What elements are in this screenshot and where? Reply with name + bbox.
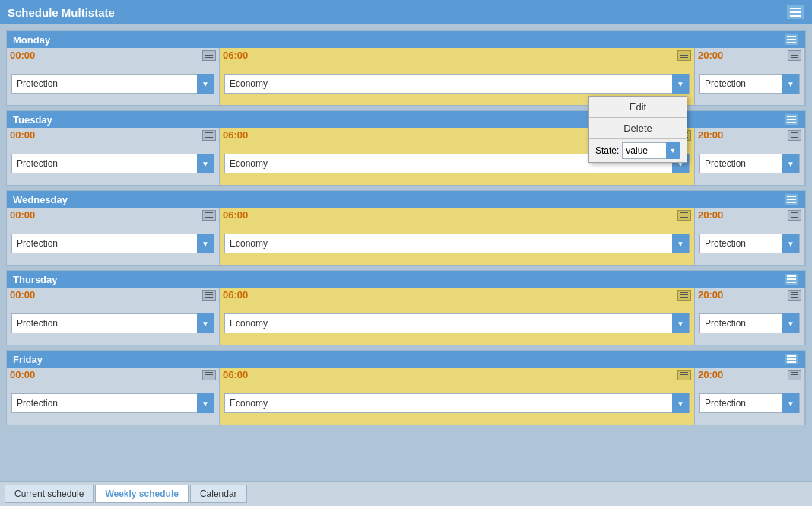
day-header-menu-friday[interactable] bbox=[784, 353, 799, 365]
context-menu: Edit Delete State: value ▼ bbox=[588, 96, 687, 163]
slot-select-dropdown-wednesday-1[interactable]: ▼ bbox=[672, 234, 689, 253]
slot-select-text-monday-0: Protection bbox=[12, 78, 197, 89]
slot-time-friday-0: 00:00 bbox=[10, 369, 35, 380]
slot-select-friday-0[interactable]: Protection ▼ bbox=[11, 393, 214, 413]
slot-select-thursday-2[interactable]: Protection ▼ bbox=[699, 313, 800, 333]
slot-header-monday-1: 06:00 bbox=[220, 48, 694, 62]
slot-header-friday-2: 20:00 bbox=[695, 368, 804, 382]
day-block-monday: Monday 00:00 Protection bbox=[6, 30, 806, 106]
day-header-menu-thursday[interactable] bbox=[784, 273, 799, 285]
slot-header-friday-0: 00:00 bbox=[7, 368, 219, 382]
slot-body-tuesday-2: Protection ▼ bbox=[695, 142, 804, 185]
slot-time-thursday-0: 00:00 bbox=[10, 289, 35, 301]
slot-select-text-monday-2: Protection bbox=[700, 78, 782, 89]
slot-body-friday-0: Protection ▼ bbox=[7, 382, 219, 425]
context-menu-edit[interactable]: Edit bbox=[589, 97, 687, 117]
slot-tuesday-2: 20:00 Protection ▼ bbox=[695, 128, 805, 185]
title-bar: Schedule Multistate bbox=[0, 0, 812, 24]
slot-menu-btn-friday-0[interactable] bbox=[202, 370, 216, 380]
tab-weekly-schedule[interactable]: Weekly schedule bbox=[95, 485, 189, 503]
slot-select-dropdown-friday-0[interactable]: ▼ bbox=[197, 393, 214, 413]
slot-time-friday-2: 20:00 bbox=[698, 369, 723, 380]
slot-friday-2: 20:00 Protection ▼ bbox=[695, 368, 805, 425]
slot-body-monday-2: Protection ▼ bbox=[695, 62, 804, 105]
slot-select-dropdown-thursday-1[interactable]: ▼ bbox=[672, 313, 689, 333]
slot-select-thursday-0[interactable]: Protection ▼ bbox=[11, 313, 214, 333]
slot-body-wednesday-2: Protection ▼ bbox=[695, 222, 804, 265]
slot-time-monday-2: 20:00 bbox=[698, 49, 723, 61]
slot-header-thursday-2: 20:00 bbox=[695, 288, 804, 302]
slot-menu-btn-monday-1[interactable] bbox=[677, 50, 691, 61]
slot-select-monday-1[interactable]: Economy ▼ bbox=[224, 74, 690, 94]
slot-thursday-2: 20:00 Protection ▼ bbox=[695, 288, 805, 345]
slot-select-wednesday-1[interactable]: Economy ▼ bbox=[224, 234, 690, 253]
slot-menu-btn-tuesday-2[interactable] bbox=[788, 130, 801, 141]
slot-menu-btn-thursday-2[interactable] bbox=[788, 290, 801, 301]
slot-select-dropdown-thursday-0[interactable]: ▼ bbox=[197, 313, 214, 333]
slot-select-dropdown-wednesday-0[interactable]: ▼ bbox=[197, 234, 214, 253]
slot-menu-btn-thursday-0[interactable] bbox=[202, 290, 216, 301]
slot-menu-btn-wednesday-1[interactable] bbox=[677, 210, 691, 221]
slot-select-text-tuesday-2: Protection bbox=[700, 158, 782, 169]
day-header-menu-tuesday[interactable] bbox=[784, 113, 799, 126]
slot-select-tuesday-0[interactable]: Protection ▼ bbox=[11, 154, 214, 173]
slot-select-friday-2[interactable]: Protection ▼ bbox=[699, 393, 800, 413]
slot-select-text-thursday-0: Protection bbox=[12, 318, 197, 329]
slot-menu-btn-wednesday-2[interactable] bbox=[788, 210, 801, 221]
day-label-friday: Friday bbox=[13, 354, 43, 365]
context-menu-state-select[interactable]: value ▼ bbox=[622, 142, 680, 159]
slot-select-dropdown-tuesday-0[interactable]: ▼ bbox=[197, 154, 214, 173]
slot-friday-0: 00:00 Protection ▼ bbox=[7, 368, 220, 425]
slot-header-tuesday-2: 20:00 bbox=[695, 128, 804, 142]
slot-body-thursday-2: Protection ▼ bbox=[695, 302, 804, 345]
slot-select-text-friday-2: Protection bbox=[700, 398, 782, 409]
slot-menu-btn-thursday-1[interactable] bbox=[677, 290, 691, 301]
slot-select-wednesday-0[interactable]: Protection ▼ bbox=[11, 234, 214, 253]
slot-time-tuesday-0: 00:00 bbox=[10, 129, 35, 141]
day-header-menu-monday[interactable] bbox=[784, 33, 799, 46]
main-content: Monday 00:00 Protection bbox=[0, 24, 812, 481]
slot-menu-btn-monday-2[interactable] bbox=[788, 50, 801, 61]
slot-select-dropdown-monday-0[interactable]: ▼ bbox=[197, 74, 214, 94]
day-header-menu-wednesday[interactable] bbox=[784, 193, 799, 205]
day-header-thursday: Thursday bbox=[7, 271, 805, 288]
slot-menu-btn-wednesday-0[interactable] bbox=[202, 210, 216, 221]
slot-header-monday-2: 20:00 bbox=[695, 48, 804, 62]
day-label-wednesday: Wednesday bbox=[13, 194, 68, 205]
slot-select-tuesday-2[interactable]: Protection ▼ bbox=[699, 154, 800, 173]
slot-select-text-friday-1: Economy bbox=[225, 398, 672, 409]
slot-select-monday-2[interactable]: Protection ▼ bbox=[699, 74, 800, 94]
slot-select-dropdown-tuesday-2[interactable]: ▼ bbox=[782, 154, 799, 173]
slot-select-wednesday-2[interactable]: Protection ▼ bbox=[699, 234, 800, 253]
slot-menu-btn-friday-2[interactable] bbox=[788, 370, 801, 380]
context-menu-state-dropdown[interactable]: ▼ bbox=[666, 142, 680, 159]
slot-select-dropdown-friday-2[interactable]: ▼ bbox=[782, 393, 799, 413]
slot-menu-btn-friday-1[interactable] bbox=[677, 370, 691, 380]
tab-calendar[interactable]: Calendar bbox=[190, 485, 247, 503]
slot-body-friday-2: Protection ▼ bbox=[695, 382, 804, 425]
slot-select-thursday-1[interactable]: Economy ▼ bbox=[224, 313, 690, 333]
slot-time-wednesday-0: 00:00 bbox=[10, 209, 35, 221]
title-bar-menu-button[interactable] bbox=[786, 5, 804, 20]
slot-select-friday-1[interactable]: Economy ▼ bbox=[224, 393, 690, 413]
context-menu-delete[interactable]: Delete bbox=[589, 118, 687, 138]
slot-select-monday-0[interactable]: Protection ▼ bbox=[11, 74, 214, 94]
slot-select-dropdown-friday-1[interactable]: ▼ bbox=[672, 393, 689, 413]
day-label-thursday: Thursday bbox=[13, 274, 58, 285]
day-header-wednesday: Wednesday bbox=[7, 191, 805, 208]
slot-menu-btn-monday-0[interactable] bbox=[202, 50, 216, 61]
tab-current-schedule[interactable]: Current schedule bbox=[5, 485, 94, 503]
slot-wednesday-0: 00:00 Protection ▼ bbox=[7, 208, 220, 265]
slot-select-text-tuesday-0: Protection bbox=[12, 158, 197, 169]
slot-select-dropdown-thursday-2[interactable]: ▼ bbox=[782, 313, 799, 333]
slot-select-dropdown-wednesday-2[interactable]: ▼ bbox=[782, 234, 799, 253]
slot-select-text-thursday-2: Protection bbox=[700, 318, 782, 329]
slot-select-dropdown-monday-1[interactable]: ▼ bbox=[672, 74, 689, 94]
slot-body-friday-1: Economy ▼ bbox=[220, 382, 694, 425]
slot-select-text-wednesday-0: Protection bbox=[12, 238, 197, 249]
slot-select-dropdown-monday-2[interactable]: ▼ bbox=[782, 74, 799, 94]
slot-monday-0: 00:00 Protection ▼ bbox=[7, 48, 220, 105]
slot-menu-btn-tuesday-0[interactable] bbox=[202, 130, 216, 141]
slot-header-tuesday-0: 00:00 bbox=[7, 128, 219, 142]
app-window: Schedule Multistate Monday 00:00 bbox=[0, 0, 812, 506]
